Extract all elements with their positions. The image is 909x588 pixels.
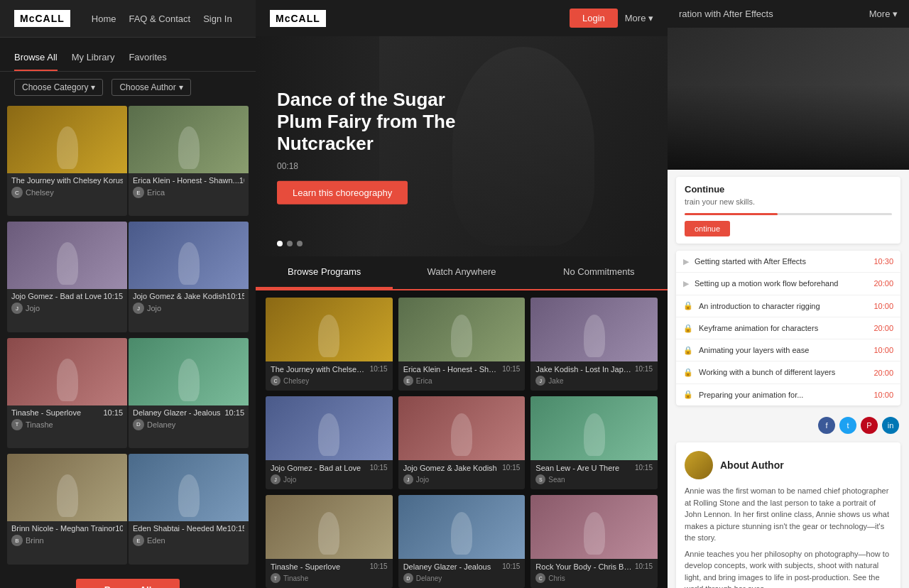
card-title: Delaney Glazer - Jealous 10:15	[133, 408, 244, 417]
table-row[interactable]: Tinashe - Superlove 10:15 T Tinashe	[266, 495, 393, 588]
tab-my-library[interactable]: My Library	[72, 45, 115, 71]
card-info: Eden Shabtai - Needed Me 10:15 E Eden	[129, 521, 249, 550]
hero-dot-2[interactable]	[287, 241, 293, 246]
video-title: Sean Lew - Are U There	[535, 464, 632, 472]
dancer-figure	[57, 242, 78, 285]
table-row[interactable]: Jojo Gomez & Jake Kodish 10:15 J Jojo	[398, 396, 526, 489]
author-label: Jojo	[283, 476, 296, 484]
dancer-figure	[584, 512, 605, 555]
course-item-left: 🔒 Working with a bunch of different laye…	[683, 367, 873, 377]
table-row[interactable]: Sean Lew - Are U There 10:15 S Sean	[530, 396, 658, 489]
list-item[interactable]: 🔒 Working with a bunch of different laye…	[676, 361, 900, 383]
author-header: About Author	[685, 451, 892, 479]
list-item[interactable]: 🔒 Animating your layers with ease 10:00	[676, 339, 900, 361]
twitter-share-icon[interactable]: t	[839, 417, 856, 434]
nav-faq[interactable]: FAQ & Contact	[129, 13, 190, 24]
card-title: Eden Shabtai - Needed Me 10:15	[133, 524, 244, 533]
author-filter[interactable]: Choose Author ▾	[111, 79, 190, 96]
card-duration: 10:15	[227, 524, 244, 533]
course-item-text: Animating your layers with ease	[699, 345, 873, 355]
table-row[interactable]: Jake Kodish - Lost In Japan 10:15 J Jake	[530, 298, 658, 391]
video-duration: 10:15	[635, 464, 653, 472]
thumb-figures	[129, 454, 249, 521]
table-row[interactable]: Delaney Glazer - Jealous 10:15 D Delaney	[398, 495, 526, 588]
progress-bar-fill	[685, 213, 778, 215]
category-filter[interactable]: Choose Category ▾	[14, 79, 103, 96]
about-author-title: About Author	[720, 459, 784, 471]
tab-browse-all[interactable]: Browse All	[14, 45, 58, 71]
lock-icon: 🔒	[683, 346, 693, 355]
card-title: The Journey with Chelsey Korus 10:15	[11, 176, 123, 185]
tab-favorites[interactable]: Favorites	[129, 45, 166, 71]
login-button[interactable]: Login	[570, 9, 618, 28]
nav-home[interactable]: Home	[92, 13, 116, 24]
list-item[interactable]: Delaney Glazer - Jealous 10:15 D Delaney	[129, 338, 249, 448]
hero-content: Dance of the Sugar Plum Fairy from The N…	[277, 89, 476, 205]
video-info: The Journey with Chelsey Korus 10:15 C C…	[266, 361, 393, 391]
video-title-row: Delaney Glazer - Jealous 10:15	[403, 562, 521, 571]
video-title: Rock Your Body - Chris Brown	[535, 562, 632, 571]
hero-dot-1[interactable]	[277, 241, 283, 246]
list-item[interactable]: Tinashe - Superlove 10:15 T Tinashe	[7, 338, 127, 448]
list-item[interactable]: Jojo Gomez & Jake Kodish 10:15 J Jojo	[129, 222, 249, 332]
list-item[interactable]: ▶ Getting started with After Effects 10:…	[676, 251, 900, 273]
features-bar: Browse Programs Watch Anywhere No Commit…	[256, 256, 668, 290]
list-item[interactable]: ▶ Setting up a motion work flow beforeha…	[676, 273, 900, 295]
course-item-duration: 10:30	[873, 257, 893, 266]
table-row[interactable]: Rock Your Body - Chris Brown 10:15 C Chr…	[530, 495, 658, 588]
table-row[interactable]: The Journey with Chelsey Korus 10:15 C C…	[266, 298, 393, 391]
video-author-row: S Sean	[535, 474, 653, 484]
dancer-figure	[178, 359, 200, 401]
list-item[interactable]: Jojo Gomez - Bad at Love 10:15 J Jojo	[7, 222, 127, 332]
author-avatar-sm: E	[133, 535, 144, 546]
chevron-down-icon: ▾	[91, 82, 95, 92]
hero-dot-3[interactable]	[297, 241, 303, 246]
dancer-figure	[318, 413, 339, 456]
course-item-text: Keyframe animation for characters	[699, 323, 873, 333]
feature-browse-programs[interactable]: Browse Programs	[256, 256, 393, 289]
card-thumbnail	[7, 106, 127, 173]
author-avatar	[685, 451, 713, 479]
linkedin-share-icon[interactable]: in	[882, 417, 899, 434]
feature-no-commitments[interactable]: No Commitments	[530, 256, 668, 289]
table-row[interactable]: Erica Klein - Honest - Shawn... 10:15 E …	[398, 298, 526, 391]
author-name: Chelsey	[26, 188, 54, 197]
card-author: T Tinashe	[11, 419, 123, 430]
hero-cta-button[interactable]: Learn this choreography	[277, 180, 408, 204]
facebook-share-icon[interactable]: f	[818, 417, 835, 434]
list-item[interactable]: Eden Shabtai - Needed Me 10:15 E Eden	[129, 454, 249, 564]
table-row[interactable]: Jojo Gomez - Bad at Love 10:15 J Jojo	[266, 396, 393, 489]
thumb-figures	[530, 298, 658, 361]
lock-icon: 🔒	[683, 368, 693, 377]
card-thumbnail	[129, 106, 249, 173]
video-info: Jojo Gomez & Jake Kodish 10:15 J Jojo	[398, 460, 526, 489]
video-title-row: Jake Kodish - Lost In Japan 10:15	[535, 365, 653, 374]
more-button[interactable]: More ▾	[625, 13, 653, 23]
card-info: Erica Klein - Honest - Shawn... 10:15 E …	[129, 173, 249, 202]
list-item[interactable]: Brinn Nicole - Meghan Trainor 10:15 B Br…	[7, 454, 127, 564]
pinterest-share-icon[interactable]: P	[861, 417, 878, 434]
thumb-figures	[398, 298, 526, 361]
card-duration: 10:15	[115, 524, 123, 533]
browse-all-button[interactable]: Browse All	[76, 579, 180, 588]
thumb-figures	[398, 495, 526, 559]
nav-signin[interactable]: Sign In	[203, 13, 232, 24]
play-icon: ▶	[683, 279, 689, 288]
feature-watch-anywhere[interactable]: Watch Anywhere	[393, 256, 530, 289]
card-duration: 10:15	[224, 408, 244, 417]
author-avatar-sm: J	[11, 303, 23, 314]
video-title: The Journey with Chelsey Korus	[271, 365, 367, 374]
list-item[interactable]: 🔒 An introduction to character rigging 1…	[676, 295, 900, 317]
list-item[interactable]: 🔒 Preparing your animation for... 10:00	[676, 384, 900, 405]
card-author: E Eden	[133, 535, 244, 546]
course-item-duration: 20:00	[873, 369, 893, 377]
list-item[interactable]: Erica Klein - Honest - Shawn... 10:15 E …	[129, 106, 249, 216]
author-avatar-sm: T	[11, 419, 23, 430]
right-more-button[interactable]: More ▾	[869, 9, 898, 19]
card-thumbnail	[7, 454, 127, 521]
continue-button[interactable]: ontinue	[685, 221, 730, 236]
video-duration: 10:15	[502, 464, 520, 472]
author-dot: C	[535, 573, 545, 583]
list-item[interactable]: The Journey with Chelsey Korus 10:15 C C…	[7, 106, 127, 216]
list-item[interactable]: 🔒 Keyframe animation for characters 20:0…	[676, 317, 900, 339]
